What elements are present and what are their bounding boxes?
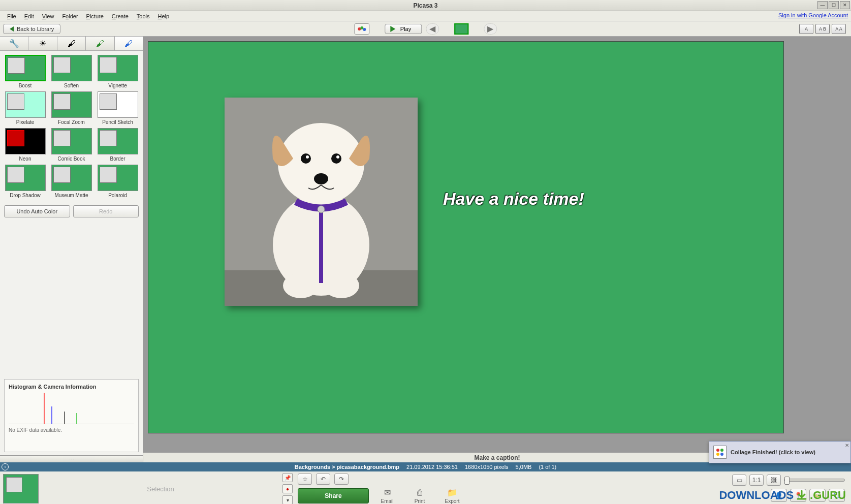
embedded-photo bbox=[225, 98, 418, 306]
svg-point-1 bbox=[360, 26, 363, 29]
svg-point-20 bbox=[720, 453, 723, 456]
prev-button[interactable]: ◀ bbox=[426, 23, 439, 35]
selection-thumbnail[interactable] bbox=[3, 474, 39, 503]
effect-soften[interactable]: Soften bbox=[50, 55, 92, 88]
canvas[interactable]: Have a nice time! bbox=[143, 37, 851, 452]
selection-label: Selection bbox=[44, 485, 277, 493]
print-label: Print bbox=[415, 498, 425, 504]
effect-pixelate[interactable]: Pixelate bbox=[4, 91, 46, 125]
brush-blue-icon: 🖌 bbox=[124, 39, 133, 48]
watermark-a: DOWNLOADS bbox=[719, 489, 794, 502]
effect-boost[interactable]: Boost bbox=[4, 55, 46, 88]
effect-museum-matte[interactable]: Museum Matte bbox=[50, 165, 92, 198]
tab-light[interactable]: ☀ bbox=[28, 37, 57, 50]
effect-thumb bbox=[51, 55, 92, 81]
palette-button[interactable] bbox=[354, 23, 369, 35]
play-group: Play ◀ bbox=[385, 23, 439, 35]
email-action[interactable]: ✉ Email bbox=[373, 488, 401, 504]
text-style-3[interactable]: A A bbox=[832, 24, 846, 34]
menu-create[interactable]: Create bbox=[108, 12, 133, 20]
info-left-icon[interactable]: ‹ bbox=[2, 463, 9, 470]
tab-brush3[interactable]: 🖌 bbox=[115, 37, 143, 50]
canvas-caption-text[interactable]: Have a nice time! bbox=[443, 189, 584, 209]
info-path: Backgrounds > picasabackground.bmp bbox=[295, 464, 399, 470]
menu-tools[interactable]: Tools bbox=[133, 12, 154, 20]
effect-polaroid[interactable]: Polaroid bbox=[97, 165, 139, 198]
email-label: Email bbox=[381, 498, 393, 504]
zoom-knob[interactable] bbox=[784, 477, 790, 485]
toolbar: Back to Library Play ◀ ▶ A A B A A bbox=[0, 21, 851, 37]
next-button[interactable]: ▶ bbox=[484, 23, 497, 35]
menu-picture[interactable]: Picture bbox=[82, 12, 108, 20]
svg-point-19 bbox=[716, 453, 719, 456]
notification-close-icon[interactable]: ✕ bbox=[845, 443, 849, 448]
svg-rect-16 bbox=[715, 447, 725, 457]
rotate-left-button[interactable]: ↶ bbox=[316, 474, 330, 485]
filmstrip-thumbnail[interactable] bbox=[454, 23, 468, 35]
sidebar-collapse-handle[interactable]: ⋯ bbox=[0, 455, 143, 462]
effect-thumb bbox=[98, 91, 138, 118]
effect-vignette[interactable]: Vignette bbox=[97, 55, 139, 88]
effect-label: Border bbox=[110, 156, 125, 162]
menu-file[interactable]: File bbox=[3, 12, 20, 20]
effect-comic-book[interactable]: Comic Book bbox=[50, 128, 92, 162]
actual-size-button[interactable]: 1:1 bbox=[749, 475, 764, 486]
signin-link[interactable]: Sign in with Google Account bbox=[778, 12, 848, 18]
play-button[interactable]: Play bbox=[385, 24, 422, 34]
effect-thumb bbox=[5, 128, 46, 154]
menu-view[interactable]: View bbox=[38, 12, 58, 20]
effect-thumb bbox=[51, 165, 92, 191]
redo-button[interactable]: Redo bbox=[73, 205, 139, 217]
back-arrow-icon bbox=[10, 26, 14, 32]
effect-border[interactable]: Border bbox=[97, 128, 139, 162]
tab-brush2[interactable]: 🖌 bbox=[86, 37, 114, 50]
effect-label: Soften bbox=[64, 83, 79, 88]
tray-button[interactable]: ▾ bbox=[282, 495, 293, 504]
maximize-button[interactable]: ☐ bbox=[829, 1, 839, 9]
fit-button[interactable]: ▭ bbox=[732, 475, 746, 486]
text-style-group: A A B A A bbox=[799, 24, 846, 34]
text-style-1[interactable]: A bbox=[799, 24, 813, 34]
watermark: DOWNLOADS .GURU bbox=[719, 489, 846, 502]
effect-label: Pencil Sketch bbox=[102, 119, 133, 125]
effect-drop-shadow[interactable]: Drop Shadow bbox=[4, 165, 46, 198]
zoom-slider[interactable] bbox=[784, 479, 845, 482]
info-date: 21.09.2012 15:36:51 bbox=[406, 464, 458, 470]
svg-point-17 bbox=[716, 449, 719, 452]
menu-help[interactable]: Help bbox=[154, 12, 174, 20]
watermark-b: .GURU bbox=[810, 489, 846, 502]
effect-neon[interactable]: Neon bbox=[4, 128, 46, 162]
effect-label: Polaroid bbox=[108, 193, 127, 198]
minimize-button[interactable]: — bbox=[817, 1, 828, 9]
undo-button[interactable]: Undo Auto Color bbox=[4, 205, 70, 217]
toolbar-center: Play ◀ ▶ bbox=[354, 23, 497, 35]
info-size: 5,0MB bbox=[516, 464, 532, 470]
effect-focal-zoom[interactable]: Focal Zoom bbox=[50, 91, 92, 125]
pin-record-col: 📌 ● ▾ bbox=[282, 473, 293, 504]
share-button[interactable]: Share bbox=[298, 488, 369, 503]
menu-edit[interactable]: Edit bbox=[20, 12, 38, 20]
histogram-panel: Histogram & Camera Information No EXIF d… bbox=[4, 379, 139, 452]
svg-point-11 bbox=[306, 155, 309, 159]
photo-tray-button[interactable]: 🖼 bbox=[767, 475, 781, 486]
effect-actions: Undo Auto Color Redo bbox=[0, 202, 143, 220]
back-to-library-button[interactable]: Back to Library bbox=[3, 24, 60, 34]
rotate-right-button[interactable]: ↷ bbox=[334, 474, 349, 485]
tab-wrench[interactable]: 🔧 bbox=[0, 37, 28, 50]
window-controls: — ☐ ✕ bbox=[817, 1, 850, 9]
notification-icon bbox=[713, 446, 727, 459]
effect-pencil-sketch[interactable]: Pencil Sketch bbox=[97, 91, 139, 125]
print-action[interactable]: ⎙ Print bbox=[405, 488, 434, 504]
star-button[interactable]: ☆ bbox=[298, 474, 312, 485]
notification-toast[interactable]: Collage Finished! (click to view) ✕ bbox=[709, 441, 851, 463]
info-dims: 1680x1050 pixels bbox=[465, 464, 509, 470]
text-style-2[interactable]: A B bbox=[815, 24, 830, 34]
pin-button[interactable]: 📌 bbox=[282, 473, 293, 482]
tab-brush1[interactable]: 🖌 bbox=[57, 37, 86, 50]
notification-text: Collage Finished! (click to view) bbox=[731, 449, 815, 455]
effect-thumb bbox=[98, 55, 138, 81]
record-button[interactable]: ● bbox=[282, 484, 293, 493]
menu-folder[interactable]: Folder bbox=[58, 12, 82, 20]
export-action[interactable]: 📁 Export bbox=[438, 488, 466, 504]
close-button[interactable]: ✕ bbox=[840, 1, 850, 9]
